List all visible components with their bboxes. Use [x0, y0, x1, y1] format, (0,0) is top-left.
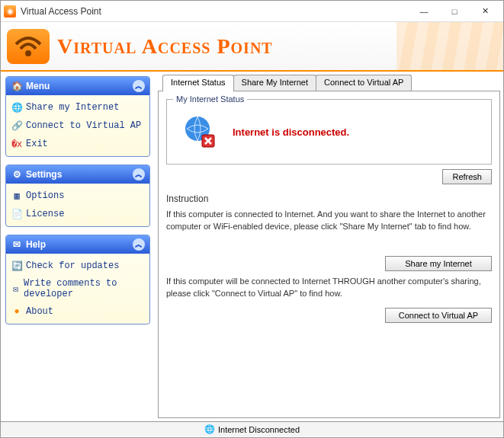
menu-item-label: Connect to Virtual AP	[26, 120, 141, 131]
sidebar: 🏠 Menu ︽ 🌐 Share my Internet 🔗 Connect t…	[1, 72, 155, 421]
globe-disconnected-icon	[181, 113, 217, 150]
tab-bar: Internet Status Share My Internet Connec…	[158, 75, 500, 91]
status-bar: 🌐 Internet Disconnected	[1, 421, 503, 436]
options-icon: ▦	[11, 190, 23, 202]
tab-label: Share My Internet	[242, 78, 308, 87]
menu-item-label: About	[26, 306, 53, 317]
maximize-button[interactable]: □	[439, 2, 470, 21]
sidebar-item-connect-ap[interactable]: 🔗 Connect to Virtual AP	[11, 120, 145, 132]
button-label: Connect to Virtual AP	[399, 311, 478, 320]
update-icon: 🔄	[11, 260, 23, 272]
menu-item-label: Check for updates	[26, 261, 119, 271]
tab-connect-ap[interactable]: Connect to Virtual AP	[316, 75, 412, 91]
menu-panel-title: Menu	[26, 81, 50, 91]
write-icon: ✉	[11, 283, 21, 295]
content-area: Internet Status Share My Internet Connec…	[155, 72, 503, 421]
window-title: Virtual Access Point	[21, 6, 409, 17]
refresh-button[interactable]: Refresh	[442, 169, 492, 184]
minimize-button[interactable]: —	[409, 2, 439, 21]
help-panel-header[interactable]: ✉ Help ︽	[6, 235, 149, 254]
share-internet-button[interactable]: Share my Internet	[385, 256, 492, 271]
chevron-up-icon[interactable]: ︽	[133, 238, 145, 251]
tab-content: My Internet Status Internet is disconnec…	[158, 91, 500, 418]
tab-label: Connect to Virtual AP	[324, 78, 403, 87]
settings-panel-header[interactable]: ⚙ Settings ︽	[6, 165, 149, 184]
menu-item-label: Share my Internet	[26, 102, 119, 113]
instruction-text-2: If this computer will be connected to In…	[166, 276, 492, 300]
tab-label: Internet Status	[171, 78, 226, 87]
sidebar-item-about[interactable]: ● About	[11, 305, 145, 318]
brand-decoration	[396, 22, 503, 70]
app-icon: ◉	[4, 5, 16, 18]
wifi-icon	[13, 35, 43, 58]
mail-icon: ✉	[11, 238, 23, 251]
app-logo	[7, 29, 50, 64]
connect-ap-button[interactable]: Connect to Virtual AP	[385, 308, 492, 323]
gear-icon: ⚙	[11, 168, 23, 181]
globe-connect-icon: 🔗	[11, 120, 23, 132]
brand-title: Virtual Access Point	[57, 34, 273, 59]
sidebar-item-license[interactable]: 📄 License	[11, 208, 145, 220]
instruction-heading: Instruction	[166, 193, 492, 204]
tab-internet-status[interactable]: Internet Status	[162, 75, 234, 91]
svg-point-0	[25, 50, 31, 56]
sidebar-item-updates[interactable]: 🔄 Check for updates	[11, 260, 145, 272]
menu-panel-header[interactable]: 🏠 Menu ︽	[6, 77, 149, 95]
main-area: 🏠 Menu ︽ 🌐 Share my Internet 🔗 Connect t…	[1, 72, 503, 421]
menu-item-label: Write comments to developer	[24, 278, 145, 299]
about-icon: ●	[11, 305, 23, 318]
globe-icon: 🌐	[11, 101, 23, 113]
menu-item-label: Exit	[26, 139, 48, 149]
internet-status-group: My Internet Status Internet is disconnec…	[166, 99, 492, 165]
menu-item-label: License	[26, 209, 64, 219]
help-panel: ✉ Help ︽ 🔄 Check for updates ✉ Write com…	[5, 235, 150, 325]
statusbar-text: Internet Disconnected	[218, 425, 300, 434]
titlebar: ◉ Virtual Access Point — □ ✕	[1, 1, 503, 22]
menu-item-label: Options	[26, 190, 64, 201]
chevron-up-icon[interactable]: ︽	[133, 80, 145, 92]
menu-panel: 🏠 Menu ︽ 🌐 Share my Internet 🔗 Connect t…	[5, 76, 150, 157]
instruction-text-1: If this computer is connected to Interne…	[166, 209, 492, 233]
status-message: Internet is disconnected.	[233, 126, 349, 138]
sidebar-item-exit[interactable]: �ⅹ Exit	[11, 138, 145, 150]
help-panel-title: Help	[26, 239, 46, 250]
settings-panel: ⚙ Settings ︽ ▦ Options 📄 License	[5, 165, 150, 227]
settings-panel-title: Settings	[26, 169, 62, 180]
tab-share-internet[interactable]: Share My Internet	[233, 75, 316, 91]
button-label: Share my Internet	[405, 259, 471, 268]
home-icon: 🏠	[11, 80, 23, 92]
sidebar-item-comments[interactable]: ✉ Write comments to developer	[11, 278, 145, 299]
globe-small-icon: 🌐	[204, 424, 215, 434]
sidebar-item-share-internet[interactable]: 🌐 Share my Internet	[11, 101, 145, 113]
sidebar-item-options[interactable]: ▦ Options	[11, 190, 145, 202]
brand-header: Virtual Access Point	[1, 22, 503, 72]
exit-icon: �ⅹ	[11, 138, 23, 150]
chevron-up-icon[interactable]: ︽	[133, 168, 145, 181]
button-label: Refresh	[452, 172, 482, 181]
license-icon: 📄	[11, 208, 23, 220]
close-button[interactable]: ✕	[470, 2, 500, 21]
group-legend: My Internet Status	[173, 94, 247, 104]
